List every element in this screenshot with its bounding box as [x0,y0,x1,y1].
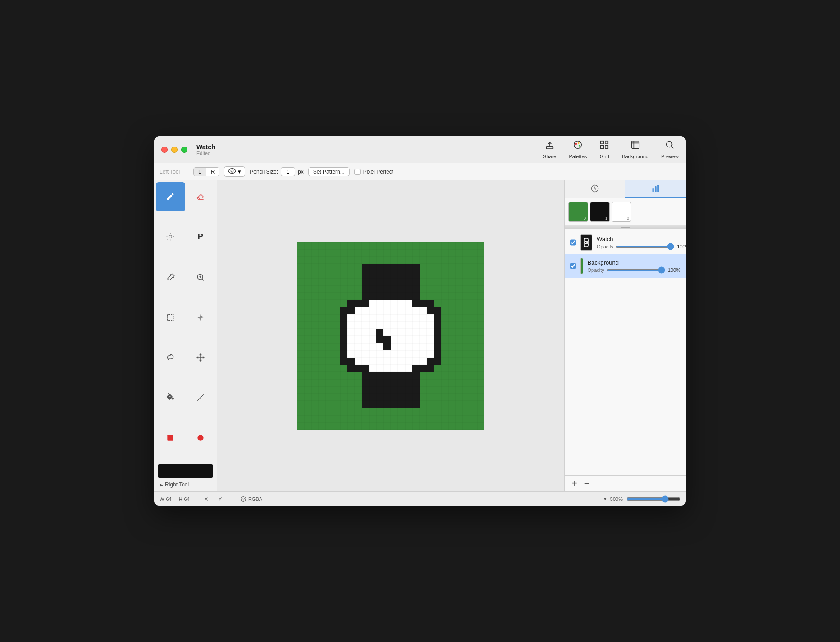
y-value: - [224,496,225,502]
line-tool[interactable] [186,383,215,413]
layer-background[interactable]: Background Opacity 100% [565,254,686,278]
layer-background-thumbnail [580,258,583,274]
lasso-tool[interactable] [156,343,185,372]
palettes-label: Palettes [569,154,587,159]
eye-icon [228,168,236,175]
color-swatches: 0 1 2 [565,198,686,225]
zoom-label[interactable]: 500% [610,496,623,502]
background-icon [630,140,640,152]
layer-background-info: Background Opacity 100% [588,259,680,273]
zoom-slider[interactable] [626,495,680,503]
palettes-action[interactable]: Palettes [569,140,587,159]
right-panel: 0 1 2 [564,180,686,491]
lighten-tool[interactable] [156,222,185,252]
palette-tabs [565,180,686,198]
tool-selector-chevron: ▾ [238,168,241,175]
zoom-tool[interactable] [186,262,215,292]
svg-rect-5 [601,141,603,144]
grid-label: Grid [600,154,609,159]
titlebar: Watch Edited Share [154,136,686,163]
layer-watch-info: Watch Opacity 100% [597,236,686,249]
color-preview[interactable] [158,464,213,478]
eraser-tool[interactable] [186,182,215,211]
statusbar-x: X - [205,496,211,502]
eyedropper-tool[interactable] [156,262,185,292]
svg-point-2 [575,143,577,145]
rect-tool[interactable] [156,423,185,453]
add-layer-button[interactable]: + [570,478,579,489]
panel-resizer[interactable] [565,225,686,229]
tab-swatches[interactable] [625,180,686,198]
svg-point-12 [231,170,233,172]
pixel-perfect-checkbox[interactable] [354,169,361,175]
layer-watch-opacity-slider[interactable] [616,246,674,248]
text-tool[interactable]: P [186,222,215,252]
app-title: Watch [196,143,215,151]
layer-watch-checkbox[interactable] [570,238,576,247]
svg-rect-8 [605,146,608,148]
layer-watch-opacity-row: Opacity 100% [597,244,686,249]
pencil-tool[interactable] [156,182,185,211]
layer-watch-opacity-label: Opacity [597,244,613,249]
grid-icon [599,140,609,152]
toolbar: Left Tool L R ▾ Pencil Size: px Set Patt… [154,163,686,180]
layer-watch[interactable]: Watch Opacity 100% [565,231,686,254]
pixel-canvas[interactable] [297,242,484,430]
svg-rect-21 [655,186,656,192]
svg-line-16 [197,394,203,400]
minimize-button[interactable] [171,147,178,153]
svg-point-13 [169,235,172,238]
main-content: P [154,180,686,491]
move-tool[interactable] [186,343,215,372]
svg-rect-0 [546,147,553,149]
pixel-perfect-group: Pixel Perfect [354,169,393,175]
svg-point-10 [667,142,672,147]
preview-action[interactable]: Preview [661,140,679,159]
background-action[interactable]: Background [622,140,648,159]
swatch-index-2: 2 [627,216,629,220]
left-tool-label: Left Tool [160,169,189,175]
fill-tool[interactable] [156,383,185,413]
right-tool-section[interactable]: ▶ Right Tool [156,480,215,490]
grid-action[interactable]: Grid [599,140,609,159]
fullscreen-button[interactable] [181,147,187,153]
pixel-perfect-label: Pixel Perfect [363,169,393,175]
tools-sidebar: P [154,180,217,491]
swatch-index-0: 0 [584,216,586,220]
r-button[interactable]: R [206,168,219,176]
layers-panel: Watch Opacity 100% Background [565,229,686,475]
svg-point-18 [197,435,203,440]
tab-history[interactable] [565,180,625,198]
pencil-size-input[interactable] [281,167,295,176]
pencil-size-label: Pencil Size: [250,169,278,175]
svg-rect-22 [657,185,659,192]
ellipse-tool[interactable] [186,423,215,453]
share-label: Share [543,154,556,159]
layer-background-checkbox[interactable] [570,262,576,270]
select-tool[interactable] [156,303,185,332]
svg-rect-6 [605,141,608,144]
layer-background-opacity-slider[interactable] [607,269,665,271]
swatch-1[interactable]: 1 [590,202,610,222]
app-subtitle: Edited [196,151,210,156]
set-pattern-button[interactable]: Set Pattern... [308,167,350,176]
background-label: Background [622,154,648,159]
layer-background-name: Background [588,259,680,266]
svg-point-4 [579,145,580,147]
preview-icon [665,140,675,152]
sparkle-tool[interactable] [186,303,215,332]
palettes-icon [573,140,583,152]
canvas-area[interactable] [217,180,564,491]
mode-icon [240,496,247,502]
l-button[interactable]: L [194,168,206,176]
swatch-2[interactable]: 2 [612,202,631,222]
swatch-0[interactable]: 0 [568,202,588,222]
tool-selector[interactable]: ▾ [224,166,245,177]
resizer-handle [621,227,630,228]
close-button[interactable] [161,147,168,153]
preview-label: Preview [661,154,679,159]
height-value: 64 [184,496,190,502]
share-action[interactable]: Share [543,140,556,159]
pencil-size-group: Pencil Size: px [250,167,303,176]
remove-layer-button[interactable]: − [583,478,592,489]
